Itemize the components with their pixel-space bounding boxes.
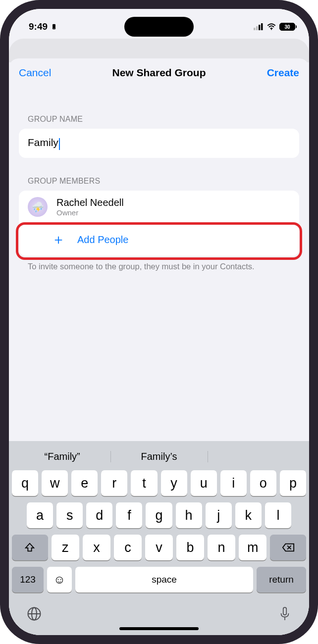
svg-rect-3	[256, 26, 258, 30]
battery-icon: 30	[279, 23, 295, 31]
key-w[interactable]: w	[42, 470, 68, 496]
key-y[interactable]: y	[161, 470, 187, 496]
return-key[interactable]: return	[257, 567, 306, 593]
globe-icon[interactable]	[27, 606, 42, 621]
page-title: New Shared Group	[112, 67, 206, 79]
emoji-key[interactable]: ☺	[47, 567, 72, 593]
key-z[interactable]: z	[52, 535, 79, 560]
screen: 9:49 30 Cancel New Shared Group Create G…	[9, 9, 309, 635]
add-people-row[interactable]: ＋ Add People	[49, 223, 299, 256]
member-name: Rachel Needell	[56, 197, 124, 208]
cellular-icon	[254, 23, 264, 30]
key-o[interactable]: o	[250, 470, 276, 496]
key-e[interactable]: e	[71, 470, 98, 496]
suggestion-2[interactable]: Family’s	[110, 448, 207, 465]
content-area: GROUP NAME Family GROUP MEMBERS ⛈️ Rache…	[9, 87, 309, 272]
plus-icon: ＋	[49, 230, 68, 249]
key-b[interactable]: b	[176, 535, 204, 560]
group-name-cell[interactable]: Family	[19, 129, 299, 158]
key-c[interactable]: c	[114, 535, 142, 560]
member-row-owner[interactable]: ⛈️ Rachel Needell Owner	[19, 191, 299, 223]
nav-bar: Cancel New Shared Group Create	[9, 58, 309, 87]
group-name-header: GROUP NAME	[19, 115, 299, 124]
key-v[interactable]: v	[145, 535, 173, 560]
mic-icon[interactable]	[278, 606, 291, 621]
key-n[interactable]: n	[208, 535, 235, 560]
key-x[interactable]: x	[83, 535, 110, 560]
key-s[interactable]: s	[56, 502, 83, 528]
suggestion-3[interactable]	[208, 448, 304, 465]
svg-rect-5	[261, 23, 263, 30]
cancel-button[interactable]: Cancel	[19, 67, 51, 79]
key-row-1: q w e r t y u i o p	[12, 470, 306, 496]
key-row-bottom: 123 ☺ space return	[9, 567, 309, 597]
svg-rect-2	[254, 28, 256, 30]
location-icon	[51, 23, 57, 30]
add-people-label: Add People	[77, 234, 128, 246]
dynamic-island	[124, 17, 194, 37]
key-f[interactable]: f	[116, 502, 142, 528]
key-d[interactable]: d	[86, 502, 112, 528]
key-p[interactable]: p	[280, 470, 306, 496]
key-u[interactable]: u	[191, 470, 217, 496]
modal-sheet: Cancel New Shared Group Create GROUP NAM…	[9, 58, 309, 635]
home-indicator[interactable]	[119, 627, 199, 630]
suggestion-bar: “Family” Family’s	[9, 444, 309, 470]
svg-point-6	[271, 29, 272, 30]
key-a[interactable]: a	[27, 502, 53, 528]
shift-icon	[24, 542, 35, 553]
group-name-input[interactable]: Family	[28, 137, 58, 148]
key-g[interactable]: g	[146, 502, 172, 528]
phone-frame: 9:49 30 Cancel New Shared Group Create G…	[0, 0, 318, 644]
shift-key[interactable]	[12, 535, 48, 560]
key-row-3: z x c v b n m	[12, 535, 306, 560]
footer-note: To invite someone to the group, they mus…	[19, 256, 299, 272]
svg-point-1	[53, 28, 54, 29]
svg-rect-12	[283, 607, 286, 615]
group-members-header: GROUP MEMBERS	[19, 177, 299, 186]
backspace-icon	[282, 543, 295, 552]
members-list: ⛈️ Rachel Needell Owner ＋ Add People	[19, 191, 299, 256]
key-row-2: a s d f g h j k l	[12, 502, 306, 528]
key-h[interactable]: h	[176, 502, 202, 528]
key-q[interactable]: q	[12, 470, 38, 496]
delete-key[interactable]	[270, 535, 306, 560]
key-t[interactable]: t	[131, 470, 157, 496]
text-cursor	[59, 138, 60, 150]
keyboard: “Family” Family’s q w e r t y u i o	[9, 441, 309, 635]
suggestion-1[interactable]: “Family”	[14, 448, 110, 465]
numbers-key[interactable]: 123	[12, 567, 44, 593]
create-button[interactable]: Create	[267, 67, 299, 79]
space-key[interactable]: space	[75, 567, 253, 593]
svg-rect-4	[259, 25, 261, 30]
key-i[interactable]: i	[220, 470, 247, 496]
avatar: ⛈️	[28, 197, 48, 217]
key-j[interactable]: j	[206, 502, 232, 528]
wifi-icon	[266, 23, 276, 30]
member-role: Owner	[56, 208, 124, 217]
status-time: 9:49	[29, 21, 48, 32]
key-r[interactable]: r	[101, 470, 127, 496]
key-m[interactable]: m	[239, 535, 266, 560]
key-l[interactable]: l	[265, 502, 291, 528]
key-k[interactable]: k	[235, 502, 262, 528]
